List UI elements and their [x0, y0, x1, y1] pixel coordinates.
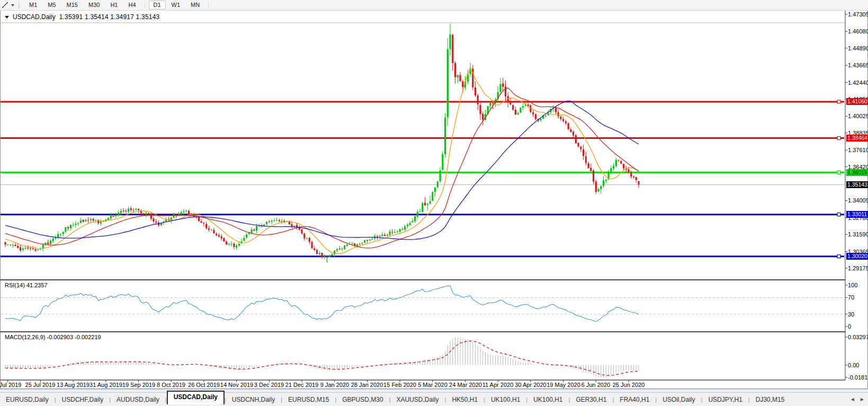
price-chart-canvas[interactable]	[0, 0, 868, 406]
timeframe-button-m15[interactable]: M15	[62, 1, 83, 10]
chart-frame	[0, 11, 845, 380]
ma-fast-line	[5, 69, 639, 253]
chart-tab-audusd-daily[interactable]: AUDUSD,Daily	[111, 394, 165, 405]
chart-tab-usdcad-daily[interactable]: USDCAD,Daily	[167, 391, 225, 404]
trendline-tool-button[interactable]	[1, 1, 14, 9]
timeframe-button-w1[interactable]: W1	[167, 1, 185, 10]
timeframe-button-m30[interactable]: M30	[84, 1, 104, 10]
ma-slow-line	[5, 101, 639, 240]
tab-scroll-arrows: ◀ ▶	[851, 397, 864, 402]
tab-scroll-right-icon[interactable]: ▶	[861, 397, 864, 402]
ma-mid-line	[5, 88, 639, 248]
toolbar-grip	[19, 2, 20, 8]
chart-tab-usdchf-daily[interactable]: USDCHF,Daily	[56, 394, 110, 405]
rsi-panel	[1, 285, 847, 326]
rsi-line	[5, 286, 639, 322]
chart-tab-ger30-h1[interactable]: GER30,H1	[570, 394, 612, 405]
chart-tab-fra40-h1[interactable]: FRA40,H1	[614, 394, 655, 405]
trendline-tool-icon	[1, 1, 9, 9]
price-axis-ticks	[845, 14, 847, 268]
candlestick-series	[4, 23, 639, 262]
tool-dropdown-arrow-icon[interactable]	[11, 4, 14, 6]
chart-tab-gbpusd-m30[interactable]: GBPUSD,M30	[336, 394, 389, 405]
tab-scroll-left-icon[interactable]: ◀	[851, 397, 854, 402]
toolbar-separator	[145, 2, 145, 8]
chart-tab-eurusd-daily[interactable]: EURUSD,Daily	[0, 394, 55, 405]
chart-tab-eurusd-m15[interactable]: EURUSD,M15	[282, 394, 335, 405]
macd-histogram	[5, 337, 639, 377]
timeframe-button-mn[interactable]: MN	[186, 1, 204, 10]
horizontal-level-lines[interactable]	[1, 100, 844, 258]
chart-tab-uk100-h1[interactable]: UK100,H1	[527, 394, 568, 405]
timeframe-toolbar: M1M5M15M30H1H4 D1W1MN	[0, 0, 868, 11]
timeframe-button-h1[interactable]: H1	[105, 1, 122, 10]
timeframe-button-d1[interactable]: D1	[149, 1, 166, 10]
chart-tab-bar: EURUSD,Daily|USDCHF,Daily|AUDUSD,Daily|U…	[0, 392, 868, 406]
trading-platform-window: M1M5M15M30H1H4 D1W1MN USDCAD,Daily 1.353…	[0, 0, 868, 406]
chart-tab-usoil-daily[interactable]: USOil,Daily	[657, 394, 701, 405]
macd-signal-line	[5, 341, 639, 375]
timeframe-button-m5[interactable]: M5	[43, 1, 60, 10]
timeframe-button-h4[interactable]: H4	[123, 1, 140, 10]
chart-tab-xauusd-daily[interactable]: XAUUSD,Daily	[391, 394, 445, 405]
chart-tab-usdcnh-daily[interactable]: USDCNH,Daily	[226, 394, 281, 405]
toolbar-separator	[208, 2, 209, 8]
chart-tab-dj30-m15[interactable]: DJ30,M15	[750, 394, 791, 405]
chart-tab-hk50-h1[interactable]: HK50,H1	[446, 394, 484, 405]
chart-tab-uk100-h1[interactable]: UK100,H1	[485, 394, 526, 405]
timeframe-button-m1[interactable]: M1	[24, 1, 42, 10]
chart-tab-usdjpy-h1[interactable]: USDJPY,H1	[702, 394, 748, 405]
